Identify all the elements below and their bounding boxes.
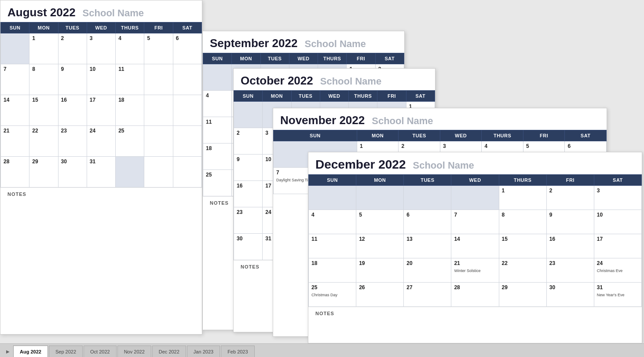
aug-col-sun: SUN <box>1 22 29 33</box>
dec-col-sat: SAT <box>594 175 641 186</box>
dec-col-thu: THURS <box>499 175 546 186</box>
table-cell: 30 <box>546 283 594 307</box>
table-cell <box>116 157 144 188</box>
sep-col-wed: WED <box>289 53 318 64</box>
table-cell: 28 <box>451 283 499 307</box>
table-cell <box>404 186 451 210</box>
table-cell: 4 <box>116 33 144 64</box>
december-calendar: December 2022 School Name SUN MON TUES W… <box>308 152 642 343</box>
nov-col-tue: TUES <box>399 130 440 141</box>
table-cell: 30 <box>234 234 263 260</box>
table-cell: 23 <box>546 258 594 283</box>
aug-col-fri: FRI <box>144 22 173 33</box>
december-title: December 2022 <box>315 158 406 172</box>
table-cell: 1 <box>499 186 546 210</box>
august-title: August 2022 <box>7 6 76 19</box>
tab-feb-2023[interactable]: Feb 2023 <box>221 346 254 357</box>
oct-col-thu: THURS <box>349 91 377 102</box>
aug-col-thu: THURS <box>116 22 144 33</box>
table-cell: 6 <box>404 210 451 234</box>
table-row: 18 19 20 21Winter Solstice 22 23 24Chris… <box>309 258 642 283</box>
table-cell: 23 <box>58 126 87 157</box>
table-cell: 3 <box>594 186 641 210</box>
table-cell: 9 <box>234 155 263 181</box>
table-cell: 4 <box>203 91 232 117</box>
table-cell: 25Christmas Day <box>309 283 356 307</box>
august-school: School Name <box>83 7 144 19</box>
table-cell <box>144 64 173 95</box>
table-cell: 18 <box>116 95 144 126</box>
oct-col-fri: FRI <box>377 91 406 102</box>
table-cell <box>356 186 404 210</box>
tab-oct-2022[interactable]: Oct 2022 <box>84 346 117 357</box>
table-row: 7 8 9 10 11 <box>1 64 202 95</box>
table-cell <box>173 126 201 157</box>
table-cell: 10 <box>87 64 115 95</box>
table-cell: 15 <box>29 95 58 126</box>
table-cell <box>173 64 201 95</box>
table-cell: 27 <box>404 283 451 307</box>
table-cell: 31 <box>87 157 115 188</box>
nov-col-fri: FRI <box>523 130 565 141</box>
table-cell: 14 <box>1 95 29 126</box>
table-cell <box>309 186 356 210</box>
dec-col-sun: SUN <box>309 175 356 186</box>
table-cell: 20 <box>404 258 451 283</box>
table-cell: 10 <box>594 210 641 234</box>
december-school: School Name <box>413 160 474 171</box>
table-cell: 25 <box>203 170 232 196</box>
table-cell <box>203 64 232 91</box>
october-header: October 2022 School Name <box>234 69 435 90</box>
table-cell: 8 <box>499 210 546 234</box>
nov-col-sun: SUN <box>274 130 357 141</box>
table-cell: 17 <box>87 95 115 126</box>
table-cell: 31New Year's Eve <box>594 283 641 307</box>
table-cell: 21Winter Solstice <box>451 258 499 283</box>
table-cell <box>1 33 29 64</box>
november-title: November 2022 <box>280 114 365 127</box>
table-cell: 30 <box>58 157 87 188</box>
table-row: 21 22 23 24 25 <box>1 126 202 157</box>
table-cell: 26 <box>356 283 404 307</box>
december-table: SUN MON TUES WED THURS FRI SAT 1 2 3 4 <box>308 174 642 307</box>
table-row: 4 5 6 7 8 9 10 <box>309 210 642 234</box>
december-header: December 2022 School Name <box>308 152 642 174</box>
september-header: September 2022 School Name <box>203 31 404 53</box>
sep-col-fri: FRI <box>347 53 375 64</box>
august-table: SUN MON TUES WED THURS FRI SAT 1 2 3 4 5… <box>0 22 202 188</box>
tab-nov-2022[interactable]: Nov 2022 <box>117 346 151 357</box>
table-cell: 7 <box>1 64 29 95</box>
tab-jan-2023[interactable]: Jan 2023 <box>187 346 220 357</box>
tab-sep-2022[interactable]: Sep 2022 <box>49 346 83 357</box>
table-cell: 4 <box>309 210 356 234</box>
nov-col-thu: THURS <box>482 130 523 141</box>
table-cell: 9 <box>546 210 594 234</box>
table-row: 25Christmas Day 26 27 28 29 30 31New Yea… <box>309 283 642 307</box>
tab-aug-2022[interactable]: Aug 2022 <box>13 346 48 357</box>
oct-col-mon: MON <box>263 91 291 102</box>
sep-col-sat: SAT <box>375 53 404 64</box>
aug-col-wed: WED <box>87 22 115 33</box>
september-title: September 2022 <box>210 37 297 50</box>
table-cell: 2 <box>234 128 263 155</box>
table-row: 1 2 3 4 5 6 <box>1 33 202 64</box>
november-header: November 2022 School Name <box>273 108 607 130</box>
table-cell: 7 <box>451 210 499 234</box>
table-cell: 12 <box>356 234 404 258</box>
aug-col-mon: MON <box>29 22 58 33</box>
table-cell: 19 <box>356 258 404 283</box>
table-cell: 18 <box>203 144 232 170</box>
table-cell: 24Christmas Eve <box>594 258 641 283</box>
dec-col-tue: TUES <box>404 175 451 186</box>
october-school: School Name <box>320 76 381 87</box>
table-row: 11 12 13 14 15 16 17 <box>309 234 642 258</box>
table-cell: 2 <box>546 186 594 210</box>
table-cell: 16 <box>234 181 263 207</box>
table-cell: 11 <box>116 64 144 95</box>
tab-nav-prev[interactable]: ▶ <box>4 346 11 357</box>
tab-dec-2022[interactable]: Dec 2022 <box>152 346 186 357</box>
table-cell: 6 <box>173 33 201 64</box>
table-cell: 29 <box>29 157 58 188</box>
table-cell: 2 <box>58 33 87 64</box>
oct-col-tue: TUES <box>291 91 320 102</box>
